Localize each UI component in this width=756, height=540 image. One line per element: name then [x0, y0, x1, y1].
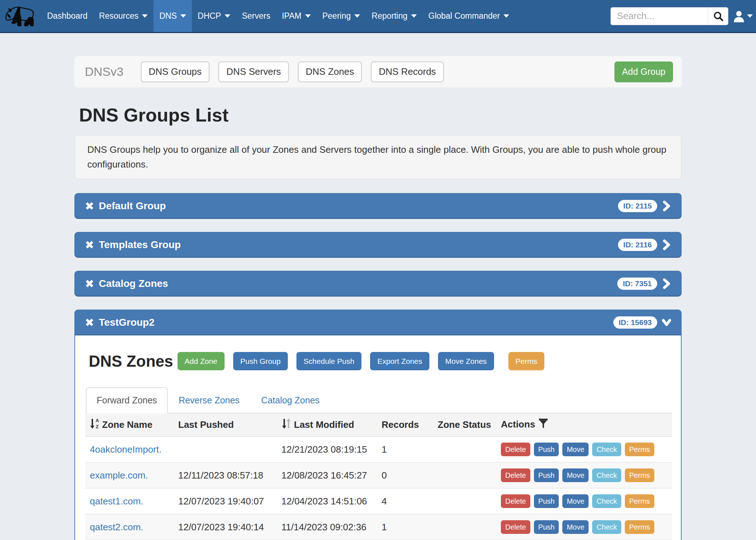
close-icon[interactable]: ✖ [85, 201, 94, 212]
check-button[interactable]: Check [592, 520, 621, 534]
zone-name-link[interactable]: qatest2.com. [90, 522, 143, 532]
group-title: Catalog Zones [99, 278, 168, 289]
nav-item-dashboard[interactable]: Dashboard [41, 0, 93, 32]
nav-item-resources[interactable]: Resources [93, 0, 154, 32]
nav-item-label: Reporting [372, 11, 407, 21]
schedule-push-button[interactable]: Schedule Push [296, 352, 361, 370]
group-header-catalog-zones[interactable]: ✖Catalog ZonesID: 7351 [74, 271, 682, 297]
actions-cell: DeletePushMoveCheckPerms [496, 462, 672, 488]
chevron-right-icon[interactable] [662, 278, 671, 290]
last-modified-cell: 12/08/2023 16:45:27 [277, 462, 377, 488]
zone-status-cell [433, 462, 496, 488]
nav-item-ipam[interactable]: IPAM [276, 0, 317, 32]
nav-item-label: DHCP [198, 11, 221, 21]
group-header-default-group[interactable]: ✖Default GroupID: 2115 [74, 193, 682, 219]
column-header-label: Last Pushed [178, 419, 234, 430]
search-button[interactable] [708, 7, 728, 25]
delete-button[interactable]: Delete [501, 494, 530, 508]
add-zone-button[interactable]: Add Zone [178, 352, 225, 370]
zone-name-link[interactable]: 4oakcloneImport. [90, 444, 161, 455]
check-button[interactable]: Check [592, 494, 621, 508]
push-button[interactable]: Push [534, 443, 559, 456]
column-header-label: Records [382, 419, 419, 430]
move-button[interactable]: Move [562, 468, 589, 482]
push-group-button[interactable]: Push Group [233, 352, 288, 370]
tab-forward-zones[interactable]: Forward Zones [86, 387, 168, 413]
move-button[interactable]: Move [562, 494, 589, 508]
add-group-button[interactable]: Add Group [614, 61, 673, 82]
push-button[interactable]: Push [534, 468, 559, 482]
group-id-badge: ID: 7351 [617, 278, 657, 290]
nav-item-dhcp[interactable]: DHCP [192, 0, 236, 32]
nav-item-reporting[interactable]: Reporting [366, 0, 423, 32]
check-button[interactable]: Check [592, 468, 621, 482]
push-button[interactable]: Push [534, 494, 559, 508]
user-caret-icon [747, 14, 753, 18]
column-header-actions[interactable]: Actions [496, 413, 672, 436]
move-button[interactable]: Move [562, 443, 589, 456]
delete-button[interactable]: Delete [501, 520, 530, 534]
filter-icon[interactable] [539, 418, 548, 431]
records-cell: 4 [377, 488, 433, 514]
sort-alpha-asc-icon[interactable]: AZ [90, 418, 100, 432]
move-zones-button[interactable]: Move Zones [438, 352, 494, 370]
chevron-down-icon[interactable] [662, 316, 671, 329]
brand-logo[interactable] [0, 0, 41, 32]
delete-button[interactable]: Delete [501, 443, 530, 456]
close-icon[interactable]: ✖ [85, 317, 94, 328]
group-testgroup2: ✖TestGroup2ID: 15693DNS ZonesAdd ZonePus… [74, 310, 682, 540]
zone-name-cell: example.com. [85, 462, 174, 488]
dns-groups-button[interactable]: DNS Groups [141, 61, 209, 82]
last-pushed-cell: 12/07/2023 19:40:14 [174, 514, 277, 540]
main-nav: DashboardResourcesDNSDHCPServersIPAMPeer… [41, 0, 515, 32]
check-button[interactable]: Check [592, 443, 621, 456]
chevron-down-icon [225, 14, 230, 18]
column-header-last-modified[interactable]: Last Modified [277, 413, 377, 436]
perms-button[interactable]: Perms [625, 443, 654, 456]
dns-records-button[interactable]: DNS Records [371, 61, 444, 82]
nav-item-dns[interactable]: DNS [153, 0, 192, 32]
zone-name-link[interactable]: qatest1.com. [90, 496, 143, 507]
group-header-testgroup2[interactable]: ✖TestGroup2ID: 15693 [74, 310, 682, 335]
tab-reverse-zones[interactable]: Reverse Zones [168, 387, 250, 413]
move-button[interactable]: Move [562, 520, 589, 534]
chevron-right-icon[interactable] [662, 200, 671, 212]
group-header-templates-group[interactable]: ✖Templates GroupID: 2116 [74, 232, 682, 258]
group-templates-group: ✖Templates GroupID: 2116 [74, 232, 682, 258]
perms-button[interactable]: Perms [508, 352, 545, 370]
perms-button[interactable]: Perms [625, 468, 654, 482]
delete-button[interactable]: Delete [501, 468, 530, 482]
search-input[interactable] [610, 7, 708, 25]
column-header-label: Zone Status [438, 419, 491, 430]
nav-item-servers[interactable]: Servers [236, 0, 276, 32]
sort-arrows-icon[interactable] [281, 418, 291, 432]
dns-servers-button[interactable]: DNS Servers [218, 61, 289, 82]
zone-name-link[interactable]: example.com. [90, 470, 148, 481]
records-cell: 1 [377, 436, 433, 462]
close-icon[interactable]: ✖ [85, 239, 94, 251]
perms-button[interactable]: Perms [625, 520, 654, 534]
zones-toolbar: DNS ZonesAdd ZonePush GroupSchedule Push… [85, 352, 672, 370]
user-menu[interactable] [733, 10, 753, 22]
perms-button[interactable]: Perms [625, 494, 654, 508]
nav-item-label: Resources [99, 11, 139, 21]
column-header-records[interactable]: Records [377, 413, 433, 436]
push-button[interactable]: Push [534, 520, 559, 534]
last-modified-cell: 12/04/2023 14:51:06 [277, 488, 377, 514]
nav-item-global-commander[interactable]: Global Commander [423, 0, 515, 32]
dns-zones-panel: DNS ZonesAdd ZonePush GroupSchedule Push… [74, 335, 682, 540]
tab-catalog-zones[interactable]: Catalog Zones [250, 387, 331, 413]
group-catalog-zones: ✖Catalog ZonesID: 7351 [74, 271, 682, 297]
search-group [610, 7, 728, 25]
zone-row-4oakcloneimport: 4oakcloneImport.12/21/2023 08:19:151Dele… [85, 436, 672, 462]
column-header-zone-status[interactable]: Zone Status [433, 413, 496, 436]
dns-zones-button[interactable]: DNS Zones [298, 61, 362, 82]
nav-item-peering[interactable]: Peering [317, 0, 366, 32]
close-icon[interactable]: ✖ [85, 278, 94, 289]
column-header-zone-name[interactable]: AZZone Name [85, 413, 174, 436]
chevron-right-icon[interactable] [662, 239, 671, 251]
export-zones-button[interactable]: Export Zones [370, 352, 429, 370]
chevron-down-icon [180, 14, 186, 18]
dnsv3-label: DNSv3 [85, 65, 124, 79]
column-header-last-pushed[interactable]: Last Pushed [174, 413, 277, 436]
